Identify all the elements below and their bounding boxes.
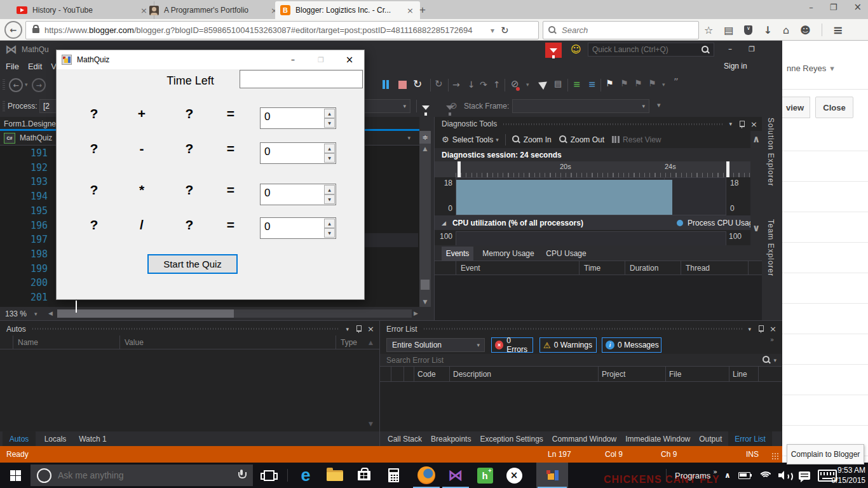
volume-icon[interactable] [778, 471, 791, 480]
pin-icon[interactable] [355, 325, 362, 333]
errors-filter-button[interactable]: × 0 Errors [491, 337, 533, 353]
autos-body[interactable]: ▼ [0, 349, 379, 431]
tab-cpu-usage[interactable]: CPU Usage [543, 247, 589, 261]
tab-team-explorer[interactable]: Team Explorer [766, 219, 775, 276]
vs-minimize-icon[interactable]: – [721, 41, 740, 57]
tab-error-list[interactable]: Error List [728, 431, 772, 447]
tab-command-window[interactable]: Command Window [552, 435, 616, 444]
bookmark-star-icon[interactable]: ☆ [704, 24, 713, 36]
restart-icon[interactable]: ↻ [413, 78, 422, 90]
programs-toolbar[interactable]: Programs » [675, 463, 717, 488]
browser-tab-history[interactable]: History - YouTube × [11, 1, 154, 19]
refresh-icon[interactable]: ↻ [435, 78, 443, 90]
timeline-left-handle[interactable] [458, 161, 461, 177]
answer-updown[interactable]: 0 ▲▼ [260, 217, 336, 239]
tab-output[interactable]: Output [699, 435, 722, 444]
urlbar-dropdown-icon[interactable]: ▾ [491, 26, 494, 35]
answer-value[interactable]: 0 [261, 184, 323, 205]
downloads-icon[interactable]: ↓ [763, 24, 771, 36]
zoom-in-icon[interactable] [512, 135, 520, 144]
column-divider[interactable] [456, 261, 456, 274]
stack-frame-dropdown[interactable]: ▾ [512, 99, 649, 113]
column-divider[interactable] [598, 367, 599, 381]
spin-down-icon[interactable]: ▼ [324, 118, 335, 128]
navigate-back-icon[interactable]: ← [9, 78, 23, 92]
notification-flag-icon[interactable] [545, 43, 562, 58]
breakpoints-dropdown-icon[interactable]: ▾ [526, 81, 529, 88]
visual-studio-button[interactable]: ⋈ [441, 463, 470, 488]
scroll-right-icon[interactable]: ▶ [414, 310, 418, 316]
quick-launch-box[interactable] [588, 43, 714, 57]
reload-icon[interactable]: ↻ [501, 25, 509, 36]
vs-maximize-icon[interactable]: ❐ [742, 41, 761, 57]
menu-edit[interactable]: Edit [24, 62, 46, 71]
messages-filter-button[interactable]: i 0 Messages [602, 337, 661, 353]
spin-up-icon[interactable]: ▲ [324, 185, 335, 194]
toolbar-options-icon[interactable]: ▾ [657, 101, 661, 109]
answer-value[interactable]: 0 [261, 218, 323, 238]
new-tab-button[interactable]: + [414, 3, 431, 18]
column-divider[interactable] [391, 367, 391, 381]
answer-updown[interactable]: 0 ▲▼ [260, 142, 336, 164]
pocket-icon[interactable]: ∨ [744, 25, 752, 35]
spin-up-icon[interactable]: ▲ [324, 109, 335, 118]
scrollbar-thumb[interactable] [57, 309, 234, 318]
mq-minimize-icon[interactable]: – [279, 50, 307, 69]
account-menu[interactable]: nne Reyes ▾ [787, 64, 834, 73]
preview-button[interactable]: view [780, 97, 810, 118]
microphone-icon[interactable] [238, 470, 245, 481]
tab-breakpoints[interactable]: Breakpoints [431, 435, 471, 444]
col-duration[interactable]: Duration [630, 264, 658, 273]
firefox-button[interactable] [412, 463, 441, 488]
col-thread[interactable]: Thread [686, 264, 710, 273]
expand-triangle-icon[interactable]: ◢ [442, 220, 446, 226]
close-panel-icon[interactable]: × [750, 119, 757, 129]
answer-value[interactable]: 0 [261, 143, 323, 163]
timeline-ruler[interactable]: 20s 24s [435, 161, 763, 177]
store-button[interactable] [349, 463, 379, 488]
answer-updown[interactable]: 0 ▲▼ [260, 184, 336, 205]
battery-icon[interactable] [738, 472, 750, 479]
start-button[interactable] [0, 463, 31, 488]
chevron-down-icon[interactable]: ▾ [407, 135, 410, 141]
cortana-search-box[interactable] [31, 464, 253, 486]
tab-locals[interactable]: Locals [39, 431, 71, 447]
col-line[interactable]: Line [733, 370, 747, 379]
step-into-icon[interactable]: ↓ [468, 79, 475, 90]
mathquiz-taskbar-button[interactable] [536, 463, 568, 488]
window-position-icon[interactable]: ▾ [346, 326, 349, 332]
time-left-display[interactable] [240, 70, 363, 88]
chevron-down-icon[interactable]: ▾ [773, 357, 776, 363]
scroll-down-chevron-icon[interactable]: ∨ [750, 220, 762, 236]
hidden-icons-chevron[interactable]: ∧ [724, 471, 731, 480]
reading-list-icon[interactable]: ▤ [724, 24, 733, 36]
close-page-button[interactable]: Close [815, 97, 853, 118]
reset-view-button[interactable]: Reset View [623, 135, 661, 144]
tab-memory-usage[interactable]: Memory Usage [478, 247, 538, 261]
show-threads-cursor-icon[interactable] [538, 78, 550, 90]
events-table-body[interactable] [435, 275, 763, 320]
column-divider[interactable] [729, 367, 729, 381]
error-search-input[interactable] [380, 356, 763, 365]
col-name[interactable]: Name [18, 338, 38, 347]
pause-icon[interactable] [383, 80, 385, 89]
window-position-icon[interactable]: ▾ [749, 326, 752, 332]
col-project[interactable]: Project [602, 370, 625, 379]
clear-bookmarks-icon[interactable]: ⚑ [648, 78, 656, 88]
browser-tab-portfolio[interactable]: A Programmer's Portfolio × [144, 1, 285, 19]
spin-down-icon[interactable]: ▼ [324, 194, 335, 204]
bookmark-icon[interactable]: ⚑ [606, 78, 614, 88]
stop-icon[interactable] [398, 81, 407, 89]
back-dropdown-icon[interactable]: ▾ [25, 81, 28, 88]
browser-search-box[interactable] [543, 21, 699, 39]
scroll-down-icon[interactable]: ▼ [419, 297, 431, 307]
complain-to-blogger-button[interactable]: Complain to Blogger [787, 444, 864, 464]
toolbar-overflow-icon[interactable]: » [770, 336, 774, 343]
mq-maximize-icon[interactable]: ❐ [307, 50, 335, 69]
mq-close-icon[interactable]: × [335, 50, 364, 69]
scroll-up-icon[interactable]: ▲ [369, 339, 373, 346]
col-value[interactable]: Value [125, 338, 144, 347]
warnings-filter-button[interactable]: ⚠ 0 Warnings [539, 337, 597, 353]
col-type[interactable]: Type [341, 338, 357, 347]
zoom-in-button[interactable]: Zoom In [524, 135, 552, 144]
